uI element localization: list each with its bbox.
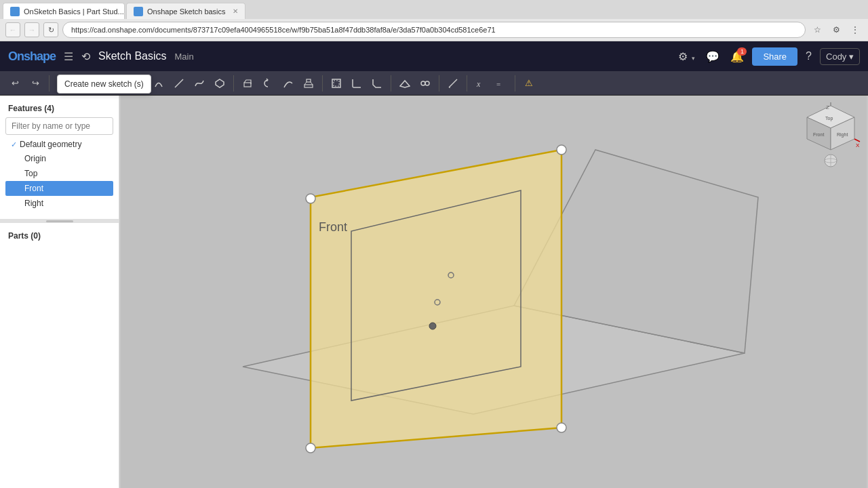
settings-dropdown-arrow: ▾ [692,55,695,62]
features-section: Features (4) ✓ Default geometry Origin T… [0,96,119,219]
geometry-group: ✓ Default geometry Origin Top Front Righ… [5,135,113,214]
x-axis [854,139,860,142]
tab-favicon-1 [10,7,20,16]
measure-button[interactable] [443,74,462,93]
extrude-button[interactable] [238,74,257,93]
fillet-button[interactable] [347,74,366,93]
line-icon [174,78,184,89]
header-actions: ⚙ ▾ 💬 🔔 1 Share ? Cody ▾ [675,47,860,66]
undo-button[interactable]: ↩ [5,74,24,93]
variable-button[interactable]: x [471,74,490,93]
settings-icon[interactable]: ⚙ ▾ [675,47,698,66]
shell-icon [331,78,342,89]
user-name: Cody [826,52,846,62]
corner-dot-br [557,423,566,432]
tab-label-1: OnSketch Basics | Part Stud... [24,7,124,16]
user-dropdown-arrow: ▾ [849,52,854,62]
extensions-icon[interactable]: ⚙ [829,22,844,37]
x-label: X [856,142,860,148]
toolbar-sep-7 [467,75,467,92]
chat-icon[interactable]: 💬 [703,47,722,66]
tab-active[interactable]: OnSketch Basics | Part Stud... ✕ [3,3,125,19]
feature-filter-input[interactable] [5,117,113,135]
sketch-tooltip: Create new sketch (s) [57,75,151,94]
toolbar-sep-5 [391,75,391,92]
chamfer-icon [372,78,382,89]
chamfer-button[interactable] [368,74,387,93]
right-label-cube: Right [837,132,848,138]
feature-label-origin: Origin [24,154,46,163]
nav-cube-svg: Z Top Front Right X [800,102,861,170]
onshape-logo: Onshape [8,49,56,64]
feature-item-front[interactable]: Front [5,181,113,196]
plane-button[interactable] [395,74,414,93]
feature-label-right: Right [24,199,43,208]
viewport-svg: Front [119,96,868,488]
feature-item-right[interactable]: Right [5,196,113,211]
browser-chrome: OnSketch Basics | Part Stud... ✕ Onshape… [0,0,868,41]
warning-button[interactable]: ⚠ [519,74,538,93]
polygon-button[interactable] [210,74,229,93]
forward-button[interactable]: → [24,22,39,37]
notification-badge: 1 [737,47,747,56]
mate-button[interactable] [416,74,435,93]
svg-point-11 [425,81,429,85]
resize-bar [46,220,73,222]
feature-item-top[interactable]: Top [5,166,113,181]
back-button[interactable]: ← [5,22,20,37]
arc-icon [153,78,164,89]
app-header: Onshape ☰ ⟲ Sketch Basics Main ⚙ ▾ 💬 🔔 1… [0,41,868,71]
help-icon[interactable]: ? [803,47,814,65]
arc-button[interactable] [149,74,168,93]
svg-rect-3 [244,83,251,87]
revolve-icon [262,78,273,89]
geometry-label: Default geometry [20,140,81,149]
spline-button[interactable] [190,74,209,93]
svg-rect-9 [334,81,339,86]
shell-button[interactable] [327,74,346,93]
equation-button[interactable]: = [492,74,511,93]
fillet-icon [351,78,362,89]
feature-item-origin[interactable]: Origin [5,151,113,166]
z-label: Z [826,104,829,110]
parts-section: Parts (0) [0,223,119,488]
svg-text:x: x [476,79,481,89]
reload-button[interactable]: ↻ [43,22,58,37]
tab-inactive[interactable]: Onshape Sketch basics ✕ [126,3,245,19]
toolbar-sep-3 [233,75,234,92]
bookmark-icon[interactable]: ☆ [810,22,825,37]
sidebar: Features (4) ✓ Default geometry Origin T… [0,96,119,488]
nav-cube[interactable]: Z Top Front Right X [800,102,861,170]
viewport[interactable]: Front Z Top Fr [119,96,868,488]
browser-menu-icon[interactable]: ⋮ [848,22,863,37]
geometry-header[interactable]: ✓ Default geometry [5,138,113,151]
measure-icon [448,78,458,89]
tab-close-2[interactable]: ✕ [233,7,238,15]
features-title: Features (4) [5,101,113,117]
notification-icon[interactable]: 🔔 1 [728,47,747,66]
sweep-icon [283,78,294,89]
spline-icon [194,78,205,89]
svg-marker-2 [216,79,224,87]
revolve-button[interactable] [258,74,277,93]
sweep-button[interactable] [279,74,298,93]
toolbar-sep-8 [515,75,515,92]
app-title: Sketch Basics [98,50,166,62]
redo-button[interactable]: ↪ [26,74,45,93]
user-menu[interactable]: Cody ▾ [820,48,860,65]
variable-icon: x [475,78,486,89]
app-branch: Main [175,52,194,62]
front-label-cube: Front [813,132,824,137]
hamburger-menu[interactable]: ☰ [64,50,73,63]
corner-dot-tl [306,194,315,203]
toolbar-sep-1 [49,75,50,92]
loft-button[interactable] [299,74,318,93]
toolbar-sep-4 [322,75,323,92]
parts-title: Parts (0) [5,228,113,245]
line-button[interactable] [170,74,189,93]
address-input[interactable] [62,22,806,38]
equation-icon: = [496,78,507,89]
share-button[interactable]: Share [752,47,797,66]
tool-icon[interactable]: ⟲ [81,50,90,63]
top-label: Top [825,116,833,121]
